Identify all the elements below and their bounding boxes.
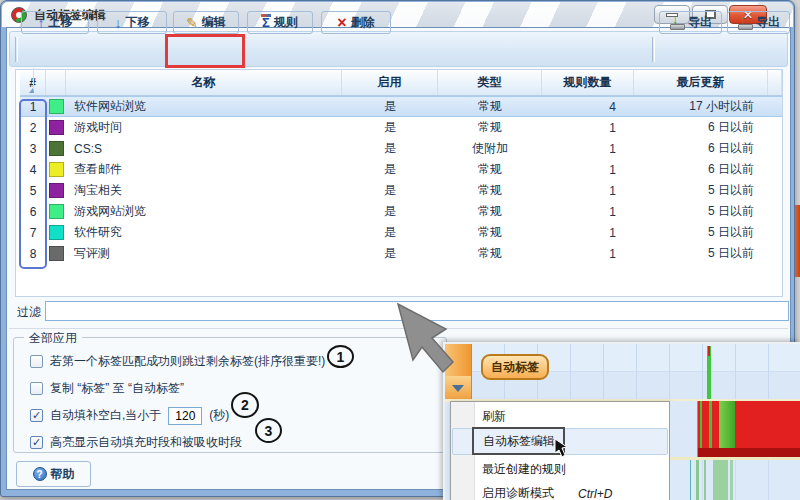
table-row[interactable]: 6 游戏网站浏览 是 常规 1 5 日以前 xyxy=(20,201,782,222)
chevron-down-icon xyxy=(452,385,464,392)
help-label: 帮助 xyxy=(51,466,75,483)
timeline-marker-line xyxy=(707,346,711,400)
export-button-2[interactable]: ↑ 导出 xyxy=(727,11,790,34)
tag-color-swatch xyxy=(49,183,64,198)
export-label-1: 导出 xyxy=(688,14,712,31)
move-down-label: 下移 xyxy=(126,14,150,31)
highlight-label: 高亮显示自动填充时段和被吸收时段 xyxy=(50,434,242,451)
fill-gap-checkbox[interactable]: ✓ xyxy=(30,409,43,422)
group-title: 全部应用 xyxy=(24,330,82,347)
table-header[interactable]: # 名称 启用 类型 规则数量 最后更新 xyxy=(20,70,782,96)
export-up-icon: ↑ xyxy=(737,16,752,30)
delete-button[interactable]: × 删除 xyxy=(321,11,391,34)
option-fill-gap[interactable]: ✓ 自动填补空白,当小于 (秒) xyxy=(14,402,446,429)
timeline-middle-row xyxy=(670,401,800,457)
fill-gap-label-before: 自动填补空白,当小于 xyxy=(50,407,161,424)
help-button[interactable]: ? 帮助 xyxy=(16,461,91,487)
small-cursor-icon xyxy=(554,438,568,458)
pencil-icon: ✎ xyxy=(186,16,198,30)
edit-label: 编辑 xyxy=(202,14,226,31)
sigma-icon: Σ xyxy=(262,16,270,29)
tag-color-swatch xyxy=(49,246,64,261)
apply-all-group: 全部应用 若第一个标签匹配成功则跳过剩余标签(排序很重要!) 复制 “标签” 至… xyxy=(13,337,447,453)
table-row[interactable]: 8 写评测 是 常规 1 5 日以前 xyxy=(20,243,782,264)
table-row[interactable]: 7 软件研究 是 常规 1 5 日以前 xyxy=(20,222,782,243)
annotation-circle-2: 2 xyxy=(231,392,259,418)
auto-tag-button[interactable]: 自动标签 xyxy=(481,354,549,380)
table-row[interactable]: 5 淘宝相关 是 常规 1 5 日以前 xyxy=(20,180,782,201)
annotation-circle-3: 3 xyxy=(255,418,282,443)
annotation-circle-1: 1 xyxy=(327,345,354,368)
timeline-green-stripe xyxy=(696,460,699,500)
col-count[interactable]: 规则数量 xyxy=(542,70,634,95)
option-copy-tags[interactable]: 复制 “标签” 至 “自动标签” xyxy=(14,375,446,402)
col-type[interactable]: 类型 xyxy=(438,70,542,95)
diagnostic-mode-shortcut: Ctrl+D xyxy=(578,487,612,500)
table-row[interactable]: 2 游戏时间 是 常规 1 6 日以前 xyxy=(20,117,782,138)
dropdown-button[interactable] xyxy=(445,376,471,400)
timeline-red-segment xyxy=(697,401,800,457)
sort-ascending-icon xyxy=(29,68,34,93)
option-highlight[interactable]: ✓ 高亮显示自动填充时段和被吸收时段 xyxy=(14,429,446,456)
col-spacer xyxy=(768,70,782,95)
timeline-green-segment xyxy=(713,460,728,500)
menu-item-refresh[interactable]: 刷新 xyxy=(452,405,668,428)
col-name[interactable]: 名称 xyxy=(66,70,342,95)
context-menu: 刷新 自动标签编辑 最近创建的规则 启用诊断模式 Ctrl+D xyxy=(450,401,670,500)
menu-item-diagnostic-mode[interactable]: 启用诊断模式 Ctrl+D xyxy=(452,482,668,500)
skip-rest-checkbox[interactable] xyxy=(30,355,43,368)
screen: 自动标签编辑 ✕ ↑ 上移 ↓ 下移 ✎ 编辑 Σ 规则 × 删除 xyxy=(0,0,800,500)
timeline-bottom-row xyxy=(670,460,800,500)
copy-tags-label: 复制 “标签” 至 “自动标签” xyxy=(50,380,184,397)
tag-color-swatch xyxy=(49,141,64,156)
tag-color-swatch xyxy=(49,225,64,240)
rules-table: # 名称 启用 类型 规则数量 最后更新 1 软件网站浏览 是 常规 4 17 … xyxy=(15,69,783,297)
tag-color-swatch xyxy=(49,99,64,114)
delete-label: 删除 xyxy=(351,14,375,31)
col-color[interactable] xyxy=(46,70,66,95)
timeline-teal-stripe xyxy=(690,460,691,500)
move-up-label: 上移 xyxy=(49,14,73,31)
delete-x-icon: × xyxy=(337,15,346,31)
diagnostic-mode-label: 启用诊断模式 xyxy=(482,485,554,500)
export-down-icon: ↓ xyxy=(669,16,684,30)
export-label-2: 导出 xyxy=(756,14,780,31)
col-updated[interactable]: 最后更新 xyxy=(634,70,768,95)
large-cursor-icon xyxy=(396,303,456,375)
timeline-green-stripe xyxy=(730,460,733,500)
copy-tags-checkbox[interactable] xyxy=(30,382,43,395)
toolbar-grip xyxy=(15,37,18,62)
table-row[interactable]: 1 软件网站浏览 是 常规 4 17 小时以前 xyxy=(20,96,782,117)
fill-gap-seconds-input[interactable] xyxy=(168,407,202,425)
move-down-button[interactable]: ↓ 下移 xyxy=(97,11,167,34)
edit-button[interactable]: ✎ 编辑 xyxy=(173,11,239,34)
toolbar xyxy=(9,31,788,67)
background-window-sliver xyxy=(795,205,800,277)
move-down-icon: ↓ xyxy=(115,16,122,30)
tag-color-swatch xyxy=(49,120,64,135)
filter-label: 过滤 xyxy=(17,304,41,321)
col-enabled[interactable]: 启用 xyxy=(342,70,438,95)
rules-label: 规则 xyxy=(274,14,298,31)
rules-button[interactable]: Σ 规则 xyxy=(247,11,313,34)
help-icon: ? xyxy=(33,467,47,481)
table-row[interactable]: 3 CS:S 是 使附加 1 6 日以前 xyxy=(20,138,782,159)
inset-screenshot: 自动标签 刷新 自动标签编辑 最近创建的规则 启用诊断模式 Ctrl+D xyxy=(443,342,800,500)
timeline-green-stripe xyxy=(704,460,706,500)
move-up-button[interactable]: ↑ 上移 xyxy=(21,11,89,34)
highlight-checkbox[interactable]: ✓ xyxy=(30,436,43,449)
export-button-1[interactable]: ↓ 导出 xyxy=(659,11,722,34)
option-skip-rest[interactable]: 若第一个标签匹配成功则跳过剩余标签(排序很重要!) xyxy=(14,348,446,375)
table-row[interactable]: 4 查看邮件 是 常规 1 6 日以前 xyxy=(20,159,782,180)
timeline-red-shadow xyxy=(698,448,800,457)
skip-rest-label: 若第一个标签匹配成功则跳过剩余标签(排序很重要!) xyxy=(50,353,325,370)
fill-gap-label-after: (秒) xyxy=(209,407,229,424)
move-up-icon: ↑ xyxy=(38,16,45,30)
toolbar-grip xyxy=(652,37,655,62)
tag-color-swatch xyxy=(49,204,64,219)
tag-color-swatch xyxy=(49,162,64,177)
menu-item-recent-rules[interactable]: 最近创建的规则 xyxy=(452,458,668,481)
